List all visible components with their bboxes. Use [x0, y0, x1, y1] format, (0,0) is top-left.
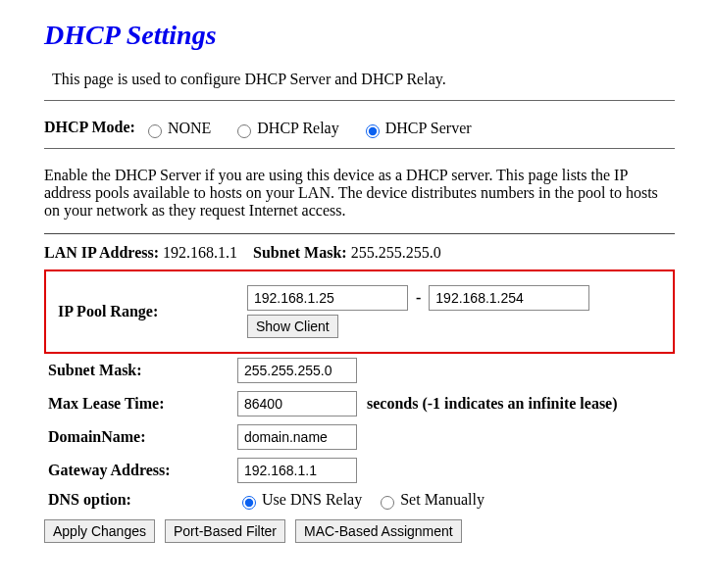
dhcp-mode-none-text: NONE	[168, 120, 211, 136]
dhcp-mode-server-label[interactable]: DHCP Server	[361, 120, 472, 136]
subnet-mask-label: Subnet Mask:	[44, 354, 233, 387]
dhcp-mode-relay-radio[interactable]	[237, 124, 251, 138]
ip-pool-end-input[interactable]	[429, 285, 589, 311]
dns-manual-label[interactable]: Set Manually	[376, 491, 484, 508]
ip-pool-highlight: IP Pool Range: - Show Client	[44, 270, 675, 354]
dhcp-mode-relay-text: DHCP Relay	[257, 120, 338, 136]
dhcp-description: Enable the DHCP Server if you are using …	[44, 167, 675, 220]
dhcp-mode-server-radio[interactable]	[366, 124, 380, 138]
dns-manual-radio[interactable]	[381, 496, 394, 510]
dhcp-mode-none-label[interactable]: NONE	[143, 120, 215, 136]
port-based-filter-button[interactable]: Port-Based Filter	[165, 519, 285, 543]
subnet-mask-input[interactable]	[237, 358, 357, 383]
domain-name-input[interactable]	[237, 424, 357, 450]
divider	[44, 233, 675, 234]
lan-ip-value: 192.168.1.1	[163, 244, 237, 261]
dhcp-mode-relay-label[interactable]: DHCP Relay	[232, 120, 342, 136]
domain-name-label: DomainName:	[44, 420, 233, 454]
ip-pool-start-input[interactable]	[247, 285, 408, 311]
gateway-label: Gateway Address:	[44, 454, 233, 487]
intro-text: This page is used to configure DHCP Serv…	[52, 71, 675, 88]
dhcp-mode-none-radio[interactable]	[148, 124, 162, 138]
divider	[44, 100, 675, 101]
gateway-input[interactable]	[237, 458, 357, 483]
dns-option-label: DNS option:	[44, 487, 233, 514]
lan-mask-value: 255.255.255.0	[351, 244, 441, 261]
dns-relay-text: Use DNS Relay	[262, 491, 362, 508]
dns-relay-label[interactable]: Use DNS Relay	[237, 491, 366, 508]
ip-pool-label: IP Pool Range:	[54, 281, 243, 342]
dhcp-mode-label: DHCP Mode:	[44, 119, 135, 135]
lan-mask-label: Subnet Mask:	[253, 244, 347, 261]
dash-icon: -	[416, 289, 421, 306]
dns-manual-text: Set Manually	[400, 491, 484, 508]
divider	[44, 148, 675, 149]
lan-ip-label: LAN IP Address:	[44, 244, 159, 261]
page-title: DHCP Settings	[44, 20, 675, 51]
max-lease-label: Max Lease Time:	[44, 387, 233, 420]
max-lease-note: seconds (-1 indicates an infinite lease)	[367, 395, 618, 412]
max-lease-input[interactable]	[237, 391, 357, 416]
mac-based-assignment-button[interactable]: MAC-Based Assignment	[295, 519, 462, 543]
dns-relay-radio[interactable]	[242, 496, 256, 510]
dhcp-mode-server-text: DHCP Server	[385, 120, 472, 136]
apply-changes-button[interactable]: Apply Changes	[44, 519, 155, 543]
show-client-button[interactable]: Show Client	[247, 315, 338, 338]
